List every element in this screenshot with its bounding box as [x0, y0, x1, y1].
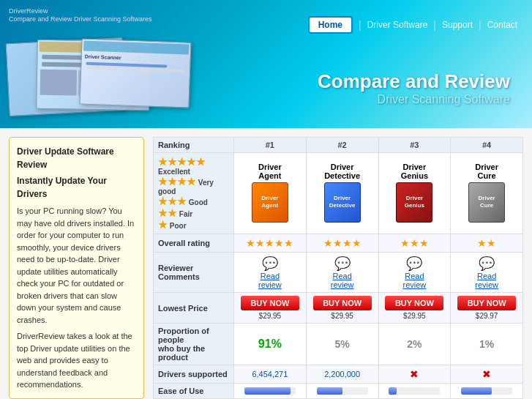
product-3-image: DriverGenius: [396, 182, 432, 223]
ease-of-use-2: [306, 384, 378, 399]
read-review-link-4[interactable]: Readreview: [475, 272, 498, 289]
overall-rating-1: ★★★★★: [234, 234, 307, 253]
navigation: Home | Driver Software | Support | Conta…: [308, 16, 517, 34]
legend-poor: ★ Poor: [158, 219, 229, 231]
logo: DriverReview Compare and Review Driver S…: [9, 7, 152, 23]
ease-of-use-3: [378, 384, 451, 399]
hero-subtitle: Driver Scanning Software: [318, 93, 510, 106]
product-1-name: DriverAgent: [239, 163, 301, 180]
comment-bubble-icon-3: 💬: [406, 256, 422, 271]
drivers-supported-2: 2,200,000: [306, 365, 378, 384]
product-4-cell: DriverCure DriverCure: [451, 153, 523, 234]
rank-4-label: #4: [482, 141, 491, 149]
buy-button-3[interactable]: BUY NOW: [385, 296, 443, 310]
sidebar-review-box: Driver Update Software Review Instantly …: [9, 137, 144, 399]
product-1-image: DriverAgent: [252, 182, 288, 223]
read-review-link-2[interactable]: Readreview: [331, 272, 354, 289]
ease-of-use-row: Ease of Use: [154, 384, 523, 399]
reviewer-comments-1: 💬 Readreview: [234, 253, 307, 293]
overall-rating-2: ★★★★: [306, 234, 378, 253]
proportion-label: Proportion of peoplewho buy the product: [154, 324, 234, 365]
read-review-link-3[interactable]: Readreview: [402, 272, 426, 289]
lowest-price-label: Lowest Price: [154, 293, 234, 324]
rank-3-header: #3: [378, 138, 451, 153]
drivers-supported-label: Drivers supported: [154, 365, 234, 384]
comment-bubble-icon-2: 💬: [334, 256, 351, 271]
support-link[interactable]: Support: [442, 20, 473, 30]
rank-1-header: #1: [234, 138, 307, 153]
overall-rating-3: ★★★: [378, 234, 451, 253]
reviewer-comments-2: 💬 Readreview: [306, 253, 378, 293]
ease-bar-2: [317, 387, 368, 395]
rating-legend: ★★★★★ Excellent ★★★★ Very good ★★★ Good …: [158, 156, 229, 231]
legend-good: ★★★ Good: [158, 195, 229, 207]
ease-bar-fill-3: [389, 387, 397, 395]
product-2-cell: DriverDetective DriverDetective: [306, 153, 378, 234]
rank-2-label: #2: [338, 141, 347, 149]
hero-tagline: Compare and Review Driver Scanning Softw…: [318, 70, 510, 106]
rank-4-header: #4: [451, 138, 523, 153]
price-1: $29.95: [239, 312, 301, 320]
ease-bar-fill-4: [461, 387, 492, 395]
proportion-4: 1%: [451, 324, 523, 365]
rating-legend-cell: ★★★★★ Excellent ★★★★ Very good ★★★ Good …: [154, 153, 234, 234]
driver-software-link[interactable]: Driver Software: [367, 20, 428, 30]
ease-of-use-label: Ease of Use: [154, 384, 234, 399]
legend-fair: ★★ Fair: [158, 207, 229, 219]
overall-rating-label: Overall rating: [154, 234, 234, 253]
price-2: $29.95: [311, 312, 374, 320]
ease-bar-4: [461, 387, 512, 395]
reviewer-comments-row: Reviewer Comments 💬 Readreview 💬 Readrev…: [154, 253, 523, 293]
proportion-row: Proportion of peoplewho buy the product …: [154, 324, 523, 365]
reviewer-comments-label: Reviewer Comments: [154, 253, 234, 293]
ease-bar-3: [389, 387, 440, 395]
ease-bar-fill-1: [244, 387, 291, 395]
product-2-image: DriverDetective: [324, 182, 361, 223]
sidebar-body1: Is your PC running slow? You may have ol…: [17, 205, 136, 326]
drivers-supported-4: ✖: [451, 365, 523, 384]
price-4: $29.97: [455, 312, 518, 320]
rank-3-label: #3: [410, 141, 419, 149]
hero-title: Compare and Review: [318, 70, 510, 93]
read-review-link-1[interactable]: Readreview: [258, 272, 282, 289]
drivers-supported-3: ✖: [378, 365, 451, 384]
reviewer-comments-4: 💬 Readreview: [451, 253, 523, 293]
lowest-price-3: BUY NOW $29.95: [378, 293, 451, 324]
legend-verygood: ★★★★ Very good: [158, 176, 229, 195]
ease-bar-1: [244, 387, 296, 395]
lowest-price-2: BUY NOW $29.95: [306, 293, 378, 324]
drivers-supported-row: Drivers supported 6,454,271 2,200,000 ✖ …: [154, 365, 523, 384]
logo-main: DriverReview: [9, 7, 152, 15]
ease-bar-fill-2: [317, 387, 342, 395]
product-4-name: DriverCure: [455, 163, 518, 180]
legend-excellent: ★★★★★ Excellent: [158, 156, 229, 176]
buy-button-4[interactable]: BUY NOW: [457, 296, 516, 310]
sidebar-title: Driver Update Software Review: [17, 145, 136, 171]
reviewer-comments-3: 💬 Readreview: [378, 253, 451, 293]
comparison-table: Ranking #1 #2 #3 #4: [153, 137, 523, 399]
lowest-price-row: Lowest Price BUY NOW $29.95 BUY NOW $29.…: [154, 293, 523, 324]
sidebar-body2: DriverReview takes a look at the top Dri…: [17, 330, 136, 391]
product-4-image: DriverCure: [468, 182, 505, 223]
product-2-name: DriverDetective: [311, 163, 374, 180]
main-content: Driver Update Software Review Instantly …: [0, 128, 532, 399]
products-row: ★★★★★ Excellent ★★★★ Very good ★★★ Good …: [154, 153, 523, 234]
overall-rating-row: Overall rating ★★★★★ ★★★★ ★★★ ★★: [154, 234, 523, 253]
home-button[interactable]: Home: [308, 16, 353, 34]
lowest-price-1: BUY NOW $29.95: [234, 293, 307, 324]
comparison-table-wrapper: Ranking #1 #2 #3 #4: [153, 137, 523, 399]
contact-link[interactable]: Contact: [487, 20, 517, 30]
overall-rating-4: ★★: [451, 234, 523, 253]
drivers-supported-1: 6,454,271: [234, 365, 307, 384]
rank-2-header: #2: [306, 138, 378, 153]
header: DriverReview Compare and Review Driver S…: [0, 0, 532, 128]
buy-button-2[interactable]: BUY NOW: [313, 296, 372, 310]
buy-button-1[interactable]: BUY NOW: [241, 296, 299, 310]
comment-bubble-icon-1: 💬: [262, 256, 278, 271]
ease-of-use-4: [451, 384, 523, 399]
proportion-1: 91%: [234, 324, 307, 365]
proportion-3: 2%: [378, 324, 451, 365]
rank-1-label: #1: [266, 141, 274, 149]
price-3: $29.95: [383, 312, 446, 320]
ranking-header: Ranking: [154, 138, 234, 153]
